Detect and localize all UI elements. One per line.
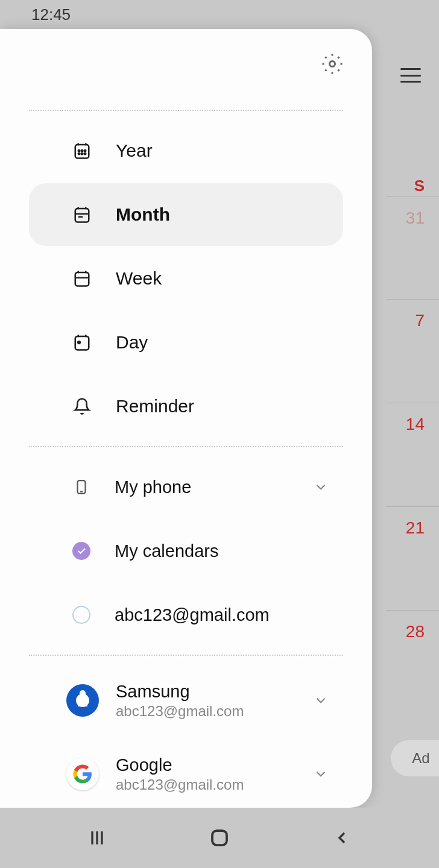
add-event-button[interactable]: Ad xyxy=(391,740,439,776)
account-item-samsung[interactable]: Samsung abc123@gmail.com xyxy=(29,664,343,737)
hamburger-icon[interactable] xyxy=(400,68,421,83)
view-item-week[interactable]: Week xyxy=(29,247,343,310)
view-label: Reminder xyxy=(116,396,194,417)
calendar-week-icon xyxy=(72,269,92,288)
back-button[interactable] xyxy=(330,826,354,850)
account-name: Samsung xyxy=(116,682,313,702)
recents-button[interactable] xyxy=(85,826,109,850)
view-label: Month xyxy=(116,204,170,225)
view-label: Week xyxy=(116,268,162,289)
calendar-item-my-phone[interactable]: My phone xyxy=(29,456,343,518)
calendar-day-icon xyxy=(72,333,92,352)
settings-icon[interactable] xyxy=(321,53,343,75)
view-item-year[interactable]: Year xyxy=(29,119,343,182)
svg-point-7 xyxy=(84,153,86,155)
svg-point-4 xyxy=(84,150,86,152)
svg-point-6 xyxy=(81,153,83,155)
account-email: abc123@gmail.com xyxy=(116,776,313,793)
svg-rect-8 xyxy=(75,209,89,222)
calendar-label: abc123@gmail.com xyxy=(115,605,329,625)
status-time: 12:45 xyxy=(31,5,71,24)
account-email: abc123@gmail.com xyxy=(116,703,313,720)
svg-point-5 xyxy=(78,153,80,155)
calendar-item-my-calendars[interactable]: My calendars xyxy=(29,520,343,582)
account-item-google[interactable]: Google abc123@gmail.com xyxy=(29,738,343,808)
calendar-date[interactable]: 21 xyxy=(406,518,425,538)
status-bar: 12:45 xyxy=(0,0,439,29)
account-list: Samsung abc123@gmail.com Google abc123@g… xyxy=(0,656,372,808)
bell-icon xyxy=(72,397,92,416)
home-button[interactable] xyxy=(207,826,232,850)
calendar-year-icon xyxy=(72,141,92,160)
view-item-day[interactable]: Day xyxy=(29,311,343,374)
svg-point-13 xyxy=(80,696,85,700)
chevron-down-icon xyxy=(313,479,329,495)
calendar-label: My phone xyxy=(115,477,313,497)
view-list: Year Month Week xyxy=(0,111,372,446)
drawer-header xyxy=(0,29,372,110)
svg-rect-9 xyxy=(75,272,89,286)
view-item-month[interactable]: Month xyxy=(29,183,343,246)
calendar-date[interactable]: 28 xyxy=(406,622,425,641)
samsung-account-icon xyxy=(66,684,99,717)
svg-point-0 xyxy=(330,61,335,67)
chevron-down-icon xyxy=(313,693,329,708)
svg-point-3 xyxy=(81,150,83,152)
calendar-date[interactable]: 31 xyxy=(406,209,425,228)
checkbox-checked-icon[interactable] xyxy=(72,542,90,560)
calendar-label: My calendars xyxy=(115,541,329,561)
checkbox-unchecked-icon[interactable] xyxy=(72,606,90,624)
view-item-reminder[interactable]: Reminder xyxy=(29,375,343,438)
svg-rect-14 xyxy=(212,831,227,845)
account-name: Google xyxy=(116,755,313,775)
navigation-bar xyxy=(0,808,439,868)
calendar-day-header-sunday: S xyxy=(414,177,425,195)
svg-point-2 xyxy=(78,150,80,152)
google-account-icon xyxy=(66,758,99,790)
view-label: Day xyxy=(116,332,148,353)
svg-rect-10 xyxy=(75,336,89,350)
calendar-date[interactable]: 14 xyxy=(406,415,425,434)
phone-icon xyxy=(72,478,90,496)
svg-point-11 xyxy=(78,341,80,344)
calendar-month-icon xyxy=(72,205,92,224)
calendar-date[interactable]: 7 xyxy=(415,311,425,330)
view-label: Year xyxy=(116,140,153,161)
calendar-item-gmail[interactable]: abc123@gmail.com xyxy=(29,583,343,646)
chevron-down-icon xyxy=(313,766,329,782)
calendar-list: My phone My calendars abc123@gmail.com xyxy=(0,447,372,655)
navigation-drawer: Year Month Week xyxy=(0,29,372,808)
